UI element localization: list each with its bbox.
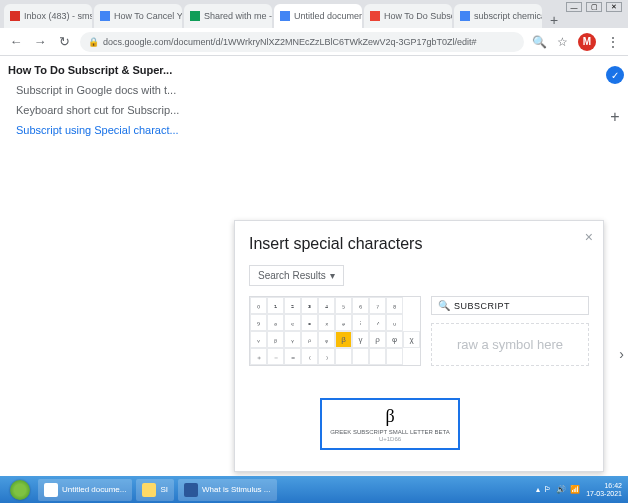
search-input[interactable]: 🔍 SUBSCRIPT (431, 296, 589, 315)
character-cell[interactable]: ₌ (284, 348, 301, 365)
category-dropdown[interactable]: Search Results ▾ (249, 265, 344, 286)
character-cell[interactable]: β (335, 331, 352, 348)
outline-item[interactable]: Subscript using Special charact... (0, 120, 200, 140)
tab-label: Untitled document - (294, 11, 362, 21)
character-cell[interactable]: ₋ (267, 348, 284, 365)
tray-icon[interactable]: 🔊 (556, 485, 566, 494)
tab-label: Shared with me - Go (204, 11, 272, 21)
taskbar-item-icon (142, 483, 156, 497)
new-tab-button[interactable]: + (544, 12, 564, 28)
character-cell[interactable] (335, 348, 352, 365)
tab-label: How To Do Subscrip (384, 11, 452, 21)
character-cell[interactable]: ₔ (335, 314, 352, 331)
search-icon: 🔍 (438, 300, 450, 311)
reload-button[interactable]: ↻ (56, 34, 72, 50)
window-minimize[interactable]: — (566, 2, 582, 12)
browser-tab[interactable]: Shared with me - Go× (184, 4, 272, 28)
character-cell[interactable] (352, 348, 369, 365)
character-cell[interactable]: φ (386, 331, 403, 348)
character-cell[interactable]: ᵥ (250, 331, 267, 348)
character-cell[interactable]: ᵨ (301, 331, 318, 348)
character-cell[interactable]: ᵩ (318, 331, 335, 348)
window-close[interactable]: ✕ (606, 2, 622, 12)
start-button[interactable] (6, 479, 34, 501)
tray-icon[interactable]: 📶 (570, 485, 580, 494)
character-cell[interactable]: ₎ (318, 348, 335, 365)
chrome-menu-button[interactable]: ⋮ (606, 34, 620, 50)
browser-tab[interactable]: How To Cancel Your× (94, 4, 182, 28)
browser-tab[interactable]: Untitled document -× (274, 4, 362, 28)
bookmark-star-icon[interactable]: ☆ (557, 35, 568, 49)
character-cell[interactable]: ₒ (301, 314, 318, 331)
url-input[interactable]: 🔒 docs.google.com/document/d/1WWrkryNlXZ… (80, 32, 524, 52)
taskbar-item-label: SI (160, 485, 168, 494)
tab-favicon (10, 11, 20, 21)
character-cell[interactable]: ᵢ (352, 314, 369, 331)
tab-label: subscript chemical e (474, 11, 542, 21)
character-cell[interactable]: ₍ (301, 348, 318, 365)
taskbar-item[interactable]: Untitled docume... (38, 479, 132, 501)
browser-tab[interactable]: How To Do Subscrip× (364, 4, 452, 28)
character-cell[interactable]: ₉ (250, 314, 267, 331)
character-cell[interactable]: ₑ (284, 314, 301, 331)
outline-header[interactable]: How To Do Subscript & Super... (0, 60, 200, 80)
document-area: How To Do Subscript & Super... Subscript… (0, 56, 628, 476)
character-cell[interactable]: ₅ (335, 297, 352, 314)
taskbar-item-icon (44, 483, 58, 497)
side-panel: ✓ + (606, 66, 624, 126)
character-cell[interactable]: ₄ (318, 297, 335, 314)
tooltip-code: U+1D66 (328, 436, 452, 442)
character-cell[interactable]: ᵤ (386, 314, 403, 331)
character-cell[interactable]: ρ (369, 331, 386, 348)
character-cell[interactable]: χ (403, 331, 420, 348)
system-tray: ▴🏳🔊📶 16:42 17-03-2021 (536, 482, 622, 497)
zoom-button[interactable]: 🔍 (532, 35, 547, 49)
outline-item[interactable]: Subscript in Google docs with t... (0, 80, 200, 100)
tray-icons[interactable]: ▴🏳🔊📶 (536, 485, 580, 494)
taskbar-item[interactable]: SI (136, 479, 174, 501)
tab-favicon (100, 11, 110, 21)
browser-tab[interactable]: subscript chemical e× (454, 4, 542, 28)
clock-time: 16:42 (586, 482, 622, 490)
character-cell[interactable]: γ (352, 331, 369, 348)
tooltip-name: GREEK SUBSCRIPT SMALL LETTER BETA (328, 429, 452, 436)
character-cell[interactable]: ₀ (250, 297, 267, 314)
windows-taskbar: Untitled docume...SIWhat is Stimulus ...… (0, 476, 628, 503)
taskbar-clock[interactable]: 16:42 17-03-2021 (586, 482, 622, 497)
character-cell[interactable]: ₃ (301, 297, 318, 314)
tab-favicon (460, 11, 470, 21)
character-cell[interactable]: ₐ (267, 314, 284, 331)
start-orb-icon (10, 480, 30, 500)
character-cell[interactable] (386, 348, 403, 365)
character-cell[interactable] (369, 348, 386, 365)
character-cell[interactable]: ₓ (318, 314, 335, 331)
draw-symbol-area[interactable]: raw a symbol here (431, 323, 589, 366)
tray-icon[interactable]: ▴ (536, 485, 540, 494)
back-button[interactable]: ← (8, 34, 24, 50)
tab-label: Inbox (483) - smsale (24, 11, 92, 21)
browser-tab[interactable]: Inbox (483) - smsale× (4, 4, 92, 28)
character-cell[interactable]: ᵣ (369, 314, 386, 331)
tab-favicon (370, 11, 380, 21)
dialog-close-button[interactable]: × (585, 229, 593, 245)
tray-icon[interactable]: 🏳 (544, 485, 552, 494)
character-cell[interactable]: ᵧ (284, 331, 301, 348)
profile-avatar[interactable]: M (578, 33, 596, 51)
forward-button[interactable]: → (32, 34, 48, 50)
document-outline: How To Do Subscript & Super... Subscript… (0, 60, 200, 140)
add-on-button[interactable]: + (610, 108, 619, 126)
character-cell[interactable]: ₂ (284, 297, 301, 314)
spellcheck-icon[interactable]: ✓ (606, 66, 624, 84)
taskbar-item-label: Untitled docume... (62, 485, 126, 494)
window-maximize[interactable]: ▢ (586, 2, 602, 12)
character-cell[interactable]: ₊ (250, 348, 267, 365)
outline-item[interactable]: Keyboard short cut for Subscrip... (0, 100, 200, 120)
character-cell[interactable]: ₈ (386, 297, 403, 314)
character-cell[interactable]: ₆ (352, 297, 369, 314)
character-cell[interactable]: ₁ (267, 297, 284, 314)
character-cell[interactable]: ₇ (369, 297, 386, 314)
browser-tab-strip: Inbox (483) - smsale×How To Cancel Your×… (0, 0, 628, 28)
expand-panel-chevron-icon[interactable]: › (619, 346, 624, 362)
taskbar-item[interactable]: What is Stimulus ... (178, 479, 276, 501)
character-cell[interactable]: ᵦ (267, 331, 284, 348)
